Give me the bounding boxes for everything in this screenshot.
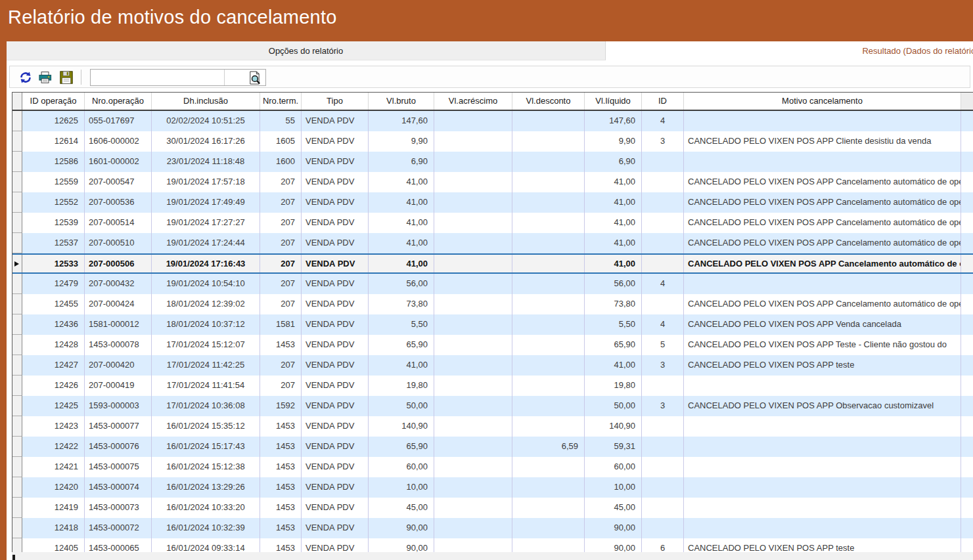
table-row[interactable]: 126141606-00000230/01/2024 16:17:261605V… — [12, 131, 973, 152]
cell-vl_liquido[interactable]: 10,00 — [585, 477, 642, 498]
row-indicator[interactable] — [12, 376, 22, 396]
cell-vl_bruto[interactable]: 147,60 — [369, 111, 434, 131]
cell-nro_operacao[interactable]: 1453-000072 — [85, 518, 152, 538]
cell-vl_liquido[interactable]: 41,00 — [585, 172, 642, 192]
cell-id_operacao[interactable]: 12586 — [22, 152, 85, 172]
cell-nro_operacao[interactable]: 1453-000078 — [85, 335, 152, 355]
cell-vl_acrescimo[interactable] — [434, 172, 512, 192]
row-indicator[interactable] — [12, 192, 22, 213]
cell-tipo[interactable]: VENDA PDV — [302, 213, 369, 233]
cell-nro_operacao[interactable]: 207-000432 — [85, 274, 152, 294]
cell-nro_operacao[interactable]: 207-000419 — [85, 376, 152, 396]
cell-nro_operacao[interactable]: 1453-000074 — [85, 477, 152, 498]
cell-id_operacao[interactable]: 12455 — [22, 294, 85, 314]
row-indicator[interactable] — [12, 457, 22, 477]
cell-vl_bruto[interactable]: 56,00 — [369, 274, 434, 294]
cell-dh_inclusao[interactable]: 19/01/2024 17:27:27 — [152, 213, 260, 233]
refresh-button[interactable] — [19, 70, 34, 85]
cell-tipo[interactable]: VENDA PDV — [302, 314, 369, 335]
table-row[interactable]: 12552207-00053619/01/2024 17:49:49207VEN… — [12, 192, 973, 213]
cell-dh_inclusao[interactable]: 17/01/2024 15:12:07 — [152, 335, 260, 355]
cell-nro_operacao[interactable]: 207-000514 — [85, 213, 152, 233]
cell-vl_acrescimo[interactable] — [434, 477, 512, 498]
cell-vl_desconto[interactable] — [512, 294, 585, 314]
cell-vl_desconto[interactable] — [512, 274, 585, 294]
cell-tipo[interactable]: VENDA PDV — [302, 255, 369, 272]
cell-id_operacao[interactable]: 12539 — [22, 213, 85, 233]
cell-nro_term[interactable]: 207 — [260, 255, 302, 272]
cell-nro_term[interactable]: 1453 — [260, 518, 302, 538]
cell-id[interactable] — [642, 255, 684, 272]
print-button[interactable] — [39, 70, 53, 85]
row-indicator[interactable] — [12, 233, 22, 253]
cell-motivo[interactable]: CANCELADO PELO VIXEN POS APP Cancelament… — [684, 233, 961, 253]
cell-vl_desconto[interactable] — [512, 172, 585, 192]
cell-dh_inclusao[interactable]: 19/01/2024 17:24:44 — [152, 233, 260, 253]
cell-id[interactable] — [642, 172, 684, 192]
cell-motivo[interactable]: CANCELADO PELO VIXEN POS APP Observacao … — [684, 396, 961, 416]
cell-vl_desconto[interactable] — [512, 457, 585, 477]
cell-vl_liquido[interactable]: 56,00 — [585, 274, 642, 294]
cell-vl_bruto[interactable]: 73,80 — [369, 294, 434, 314]
cell-vl_acrescimo[interactable] — [434, 457, 512, 477]
cell-dh_inclusao[interactable]: 30/01/2024 16:17:26 — [152, 131, 260, 152]
cell-id_operacao[interactable]: 12479 — [22, 274, 85, 294]
cell-nro_operacao[interactable]: 207-000536 — [85, 192, 152, 213]
cell-nro_term[interactable]: 1453 — [260, 335, 302, 355]
cell-dh_inclusao[interactable]: 16/01/2024 15:17:43 — [152, 437, 260, 457]
cell-vl_liquido[interactable]: 6,90 — [585, 152, 642, 172]
row-indicator[interactable] — [12, 518, 22, 538]
cell-nro_operacao[interactable]: 1453-000076 — [85, 437, 152, 457]
cell-vl_desconto[interactable] — [512, 416, 585, 437]
cell-id[interactable] — [642, 416, 684, 437]
cell-motivo[interactable]: CANCELADO PELO VIXEN POS APP Cancelament… — [684, 213, 961, 233]
cell-vl_acrescimo[interactable] — [434, 294, 512, 314]
cell-tipo[interactable]: VENDA PDV — [302, 335, 369, 355]
cell-vl_acrescimo[interactable] — [434, 518, 512, 538]
cell-id_operacao[interactable]: 12426 — [22, 376, 85, 396]
table-row[interactable]: 124251593-00000317/01/2024 10:36:081592V… — [12, 396, 973, 416]
cell-vl_liquido[interactable]: 73,80 — [585, 294, 642, 314]
cell-id_operacao[interactable]: 12422 — [22, 437, 85, 457]
cell-id_operacao[interactable]: 12625 — [22, 111, 85, 131]
cell-id_operacao[interactable]: 12537 — [22, 233, 85, 253]
cell-nro_operacao[interactable]: 055-017697 — [85, 111, 152, 131]
row-indicator[interactable] — [12, 396, 22, 416]
cell-nro_term[interactable]: 1581 — [260, 314, 302, 335]
table-row[interactable]: 124361581-00001218/01/2024 10:37:121581V… — [12, 314, 973, 335]
cell-nro_operacao[interactable]: 207-000506 — [85, 255, 152, 272]
cell-vl_acrescimo[interactable] — [434, 152, 512, 172]
cell-id[interactable]: 3 — [642, 355, 684, 376]
cell-vl_acrescimo[interactable] — [434, 274, 512, 294]
cell-id[interactable] — [642, 376, 684, 396]
row-indicator[interactable] — [12, 416, 22, 437]
cell-id[interactable] — [642, 213, 684, 233]
row-indicator[interactable] — [12, 314, 22, 335]
cell-nro_term[interactable]: 207 — [260, 213, 302, 233]
cell-id_operacao[interactable]: 12419 — [22, 498, 85, 518]
column-header-motivo[interactable]: Motivo cancelamento — [684, 93, 961, 110]
cell-vl_acrescimo[interactable] — [434, 233, 512, 253]
cell-id[interactable]: 4 — [642, 314, 684, 335]
column-header-tipo[interactable]: Tipo — [302, 93, 369, 110]
cell-vl_acrescimo[interactable] — [434, 396, 512, 416]
cell-id[interactable] — [642, 457, 684, 477]
cell-tipo[interactable]: VENDA PDV — [302, 274, 369, 294]
cell-vl_desconto[interactable] — [512, 233, 585, 253]
cell-nro_operacao[interactable]: 207-000424 — [85, 294, 152, 314]
column-header-nro_term[interactable]: Nro.term. — [260, 93, 302, 110]
cell-motivo[interactable]: CANCELADO PELO VIXEN POS APP Cancelament… — [684, 172, 961, 192]
cell-tipo[interactable]: VENDA PDV — [302, 192, 369, 213]
cell-dh_inclusao[interactable]: 16/01/2024 10:33:20 — [152, 498, 260, 518]
cell-vl_desconto[interactable]: 6,59 — [512, 437, 585, 457]
cell-id[interactable] — [642, 294, 684, 314]
cell-nro_term[interactable]: 1453 — [260, 477, 302, 498]
column-header-id[interactable]: ID — [642, 93, 684, 110]
cell-vl_liquido[interactable]: 41,00 — [585, 213, 642, 233]
cell-vl_bruto[interactable]: 41,00 — [369, 213, 434, 233]
cell-tipo[interactable]: VENDA PDV — [302, 111, 369, 131]
row-indicator[interactable] — [12, 255, 22, 272]
cell-vl_acrescimo[interactable] — [434, 498, 512, 518]
cell-vl_liquido[interactable]: 41,00 — [585, 355, 642, 376]
cell-nro_term[interactable]: 207 — [260, 274, 302, 294]
